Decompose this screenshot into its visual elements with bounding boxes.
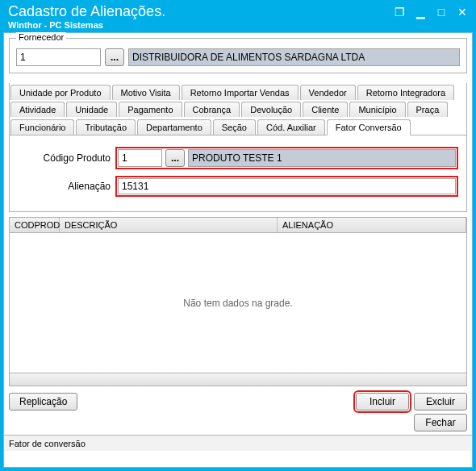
grid-col-codprod[interactable]: CODPROD — [10, 218, 60, 232]
incluir-button[interactable]: Incluir — [356, 393, 409, 411]
replicacao-button[interactable]: Replicação — [9, 393, 77, 411]
tab-cobran-a[interactable]: Cobrança — [184, 102, 240, 117]
window-subtitle: Winthor - PC Sistemas — [8, 20, 165, 31]
fornecedor-code-input[interactable] — [16, 48, 101, 66]
tab-se-o[interactable]: Seção — [213, 119, 256, 135]
tab-retorno-integradora[interactable]: Retorno Integradora — [357, 85, 454, 100]
tab-strip: Unidade por ProdutoMotivo VisitaRetorno … — [10, 83, 466, 135]
tab-motivo-visita[interactable]: Motivo Visita — [112, 85, 180, 100]
produto-lookup-button[interactable]: ... — [165, 149, 185, 167]
fornecedor-label: Fornecedor — [16, 32, 66, 42]
tab-pagamento[interactable]: Pagamento — [119, 102, 182, 117]
tab-devolu-o[interactable]: Devolução — [241, 102, 301, 117]
tab-munic-pio[interactable]: Município — [349, 102, 405, 117]
title-bar: Cadastro de Alienações. Winthor - PC Sis… — [0, 0, 476, 32]
tab-pra-a[interactable]: Praça — [407, 102, 449, 117]
fornecedor-group: Fornecedor ... DISTRIBUIDORA DE ALIMENTO… — [9, 38, 467, 73]
status-bar: Fator de conversão — [4, 435, 472, 451]
close-button-row: Fechar — [9, 414, 467, 431]
tab-unidade[interactable]: Unidade — [66, 102, 117, 117]
codigo-produto-input[interactable] — [118, 149, 162, 167]
grid-col-descricao[interactable]: DESCRIÇÃO — [60, 218, 278, 232]
action-button-row: Replicação Incluir Excluir — [9, 393, 467, 411]
minimize-icon[interactable]: ▁ — [413, 5, 428, 19]
app-window: Cadastro de Alienações. Winthor - PC Sis… — [0, 0, 476, 471]
tab-cliente[interactable]: Cliente — [303, 102, 348, 117]
close-icon[interactable]: ✕ — [455, 5, 470, 19]
client-area: Fornecedor ... DISTRIBUIDORA DE ALIMENTO… — [3, 32, 473, 468]
fornecedor-lookup-button[interactable]: ... — [105, 48, 124, 66]
codigo-produto-highlight: ... PRODUTO TESTE 1 — [115, 147, 458, 169]
alienacao-label: Alienação — [18, 181, 111, 192]
fechar-button[interactable]: Fechar — [414, 414, 467, 431]
grid-footer — [10, 373, 466, 386]
grid-col-alienacao[interactable]: ALIENAÇÃO — [278, 218, 466, 232]
produto-descricao: PRODUTO TESTE 1 — [188, 149, 456, 167]
tab-atividade[interactable]: Atividade — [10, 102, 65, 117]
status-text: Fator de conversão — [9, 439, 86, 448]
maximize-icon[interactable]: □ — [434, 5, 449, 19]
tab-control: Unidade por ProdutoMotivo VisitaRetorno … — [9, 83, 467, 212]
grid-header: CODPROD DESCRIÇÃO ALIENAÇÃO — [10, 218, 466, 233]
tab-retorno-importar-vendas[interactable]: Retorno Importar Vendas — [182, 85, 299, 100]
alienacao-highlight — [115, 176, 458, 197]
fornecedor-name: DISTRIBUIDORA DE ALIMENTOS SARDAGNA LTDA — [128, 48, 460, 66]
tab-c-d-auxiliar[interactable]: Cód. Auxiliar — [257, 119, 325, 135]
alienacao-input[interactable] — [118, 178, 456, 194]
tab-fator-convers-o[interactable]: Fator Conversão — [327, 119, 411, 135]
window-controls: ❐ ▁ □ ✕ — [392, 5, 470, 19]
tab-funcion-rio[interactable]: Funcionário — [10, 119, 74, 135]
data-grid: CODPROD DESCRIÇÃO ALIENAÇÃO Não tem dado… — [9, 217, 467, 386]
tab-vendedor[interactable]: Vendedor — [300, 85, 356, 100]
tab-departamento[interactable]: Departamento — [137, 119, 211, 135]
grid-empty-message: Não tem dados na grade. — [10, 233, 466, 373]
tab-tributa-o[interactable]: Tributação — [76, 119, 136, 135]
tab-unidade-por-produto[interactable]: Unidade por Produto — [10, 85, 111, 100]
tab-panel-fator-conversao: Código Produto ... PRODUTO TESTE 1 Alien… — [10, 135, 466, 211]
excluir-button[interactable]: Excluir — [414, 393, 467, 411]
title-text: Cadastro de Alienações. Winthor - PC Sis… — [8, 3, 165, 30]
codigo-produto-label: Código Produto — [18, 152, 111, 164]
restore-icon[interactable]: ❐ — [392, 5, 407, 19]
window-title: Cadastro de Alienações. — [8, 3, 165, 20]
